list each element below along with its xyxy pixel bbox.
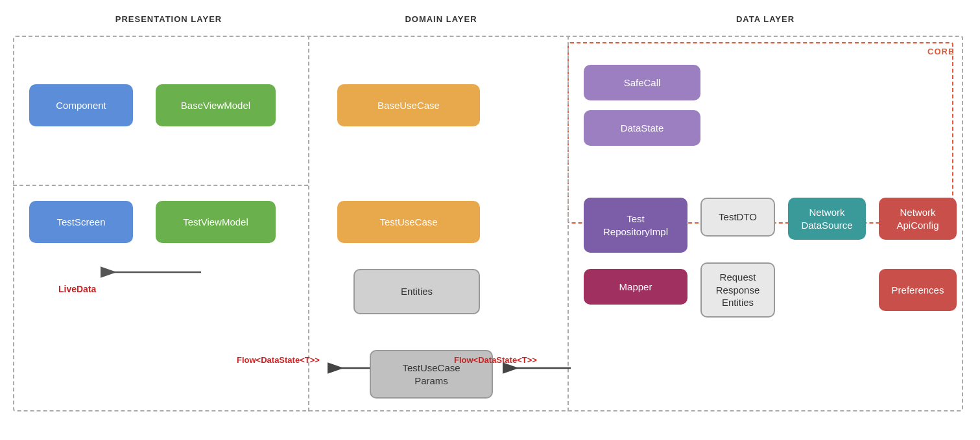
node-entities: Entities [353, 269, 480, 314]
core-label: CORE [927, 47, 955, 56]
node-mapper: Mapper [584, 269, 687, 305]
node-baseusecase: BaseUseCase [337, 84, 480, 126]
presentation-layer-label: PRESENTATION LAYER [39, 14, 298, 24]
data-layer-label: DATA LAYER [584, 14, 947, 24]
node-requestresponseentities: Request Response Entities [700, 262, 775, 318]
livedata-label: LiveData [58, 284, 96, 294]
vertical-divider-2 [568, 36, 569, 411]
horizontal-divider-presentation [13, 185, 308, 186]
node-testviewmodel: TestViewModel [156, 201, 276, 243]
node-safecall: SafeCall [584, 65, 700, 100]
node-networkdatasource: Network DataSource [788, 198, 866, 240]
node-component: Component [29, 84, 133, 126]
node-baseviewmodel: BaseViewModel [156, 84, 276, 126]
flow-label-right: Flow<DataState<T>> [454, 355, 537, 365]
domain-layer-label: DOMAIN LAYER [324, 14, 558, 24]
node-testscreen: TestScreen [29, 201, 133, 243]
flow-label-left: Flow<DataState<T>> [237, 355, 320, 365]
node-testdto: TestDTO [700, 198, 775, 237]
node-datastate: DataState [584, 110, 700, 146]
node-testusecase: TestUseCase [337, 201, 480, 243]
node-networkapiconfig: Network ApiConfig [879, 198, 957, 240]
node-testrepositoryimpl: Test RepositoryImpl [584, 198, 687, 253]
diagram-container: PRESENTATION LAYER DOMAIN LAYER DATA LAY… [0, 0, 980, 440]
node-preferences: Preferences [879, 269, 957, 311]
